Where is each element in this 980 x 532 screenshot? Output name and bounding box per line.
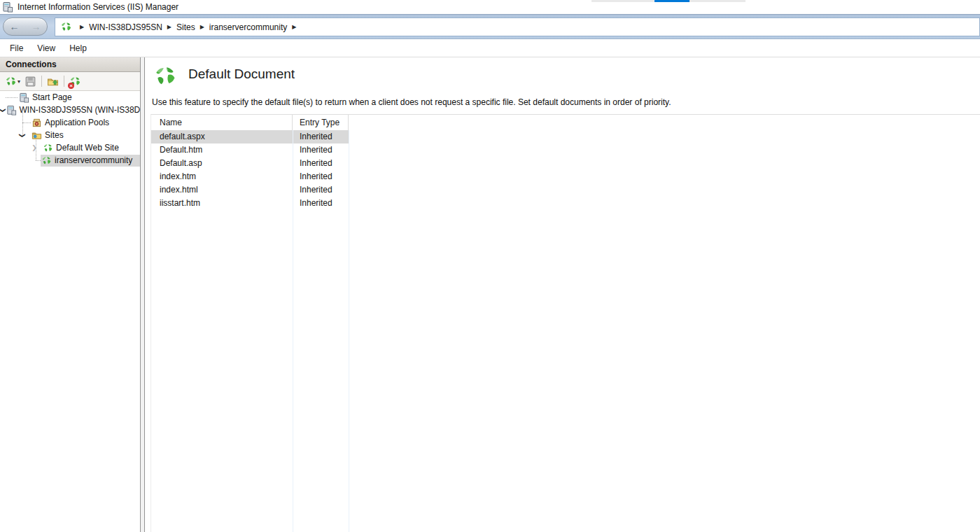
- tree-item-sites[interactable]: ❯ Sites: [0, 129, 140, 141]
- breadcrumb-arrow-icon[interactable]: ▶: [287, 24, 301, 30]
- list-gridline: [293, 130, 293, 532]
- list-row-index-htm[interactable]: index.htm Inherited: [151, 170, 349, 183]
- save-connections-button[interactable]: [22, 75, 38, 88]
- breadcrumb-arrow-icon[interactable]: ▶: [195, 24, 209, 30]
- sites-folder-icon: [31, 130, 42, 141]
- tree-item-label: Sites: [45, 130, 64, 140]
- connections-tree: Start Page ❯ WIN-IS38DJS95SN (WIN-IS38D …: [0, 91, 140, 532]
- save-icon: [24, 76, 36, 88]
- cell-name: index.htm: [151, 170, 293, 183]
- breadcrumb-item-sites[interactable]: Sites: [176, 22, 195, 32]
- website-globe-icon: [43, 143, 53, 153]
- up-folder-button[interactable]: [45, 75, 61, 88]
- nav-capsule: ← →: [3, 18, 48, 36]
- cell-entry-type: Inherited: [293, 170, 349, 183]
- cell-name: iisstart.htm: [151, 197, 293, 210]
- address-bar: ← → ▶ WIN-IS38DJS95SN ▶ Sites ▶ iranserv…: [0, 14, 980, 39]
- list-row-index-html[interactable]: index.html Inherited: [151, 183, 349, 197]
- list-gridline: [349, 130, 349, 532]
- tree-item-application-pools[interactable]: Application Pools: [0, 116, 140, 129]
- site-globe-icon: [60, 21, 72, 33]
- tree-item-iranservercommunity[interactable]: iranservercommunity: [0, 154, 140, 167]
- chevron-expanded-icon[interactable]: ❯: [0, 107, 6, 113]
- window-title: Internet Information Services (IIS) Mana…: [18, 2, 178, 12]
- tree-item-label: Default Web Site: [56, 143, 119, 153]
- menu-help[interactable]: Help: [62, 41, 94, 56]
- toolbar-separator: [41, 76, 42, 87]
- breadcrumb-item-site[interactable]: iranservercommunity: [209, 22, 287, 32]
- forward-button[interactable]: →: [31, 22, 41, 31]
- feature-view: Default Document Use this feature to spe…: [145, 57, 980, 532]
- column-header-entry-type[interactable]: Entry Type: [293, 115, 349, 130]
- background-window-edge: [592, 0, 746, 2]
- cell-entry-type: Inherited: [293, 157, 349, 170]
- list-row-default-htm[interactable]: Default.htm Inherited: [151, 144, 349, 157]
- feature-globe-icon: [153, 64, 177, 88]
- connections-header: Connections: [0, 57, 140, 72]
- menu-file[interactable]: File: [3, 41, 30, 56]
- cell-name: Default.htm: [151, 144, 293, 157]
- delete-connection-button[interactable]: ×: [67, 75, 83, 88]
- tree-item-label: WIN-IS38DJS95SN (WIN-IS38D: [20, 105, 140, 115]
- cell-entry-type: Inherited: [293, 183, 349, 197]
- column-header-name[interactable]: Name: [151, 115, 293, 130]
- server-icon: [6, 105, 17, 115]
- connections-toolbar: ▾ ×: [0, 72, 140, 91]
- create-connection-button[interactable]: ▾: [3, 75, 22, 88]
- tree-item-server[interactable]: ❯ WIN-IS38DJS95SN (WIN-IS38D: [0, 104, 140, 116]
- breadcrumb-arrow-icon[interactable]: ▶: [75, 24, 89, 30]
- list-row-iisstart-htm[interactable]: iisstart.htm Inherited: [151, 197, 349, 210]
- website-globe-icon: [41, 155, 52, 166]
- list-row-default-asp[interactable]: Default.asp Inherited: [151, 157, 349, 170]
- list-header: Name Entry Type: [151, 115, 980, 130]
- tree-item-start-page[interactable]: Start Page: [0, 91, 140, 104]
- back-button[interactable]: ←: [10, 22, 20, 31]
- breadcrumb: ▶ WIN-IS38DJS95SN ▶ Sites ▶ iranserverco…: [55, 18, 980, 36]
- breadcrumb-item-server[interactable]: WIN-IS38DJS95SN: [89, 22, 162, 32]
- cell-name: Default.asp: [151, 157, 293, 170]
- menu-bar: File View Help: [0, 39, 980, 57]
- cell-entry-type: Inherited: [293, 144, 349, 157]
- tree-item-label: iranservercommunity: [55, 155, 132, 165]
- work-area: Connections ▾ ×: [0, 57, 980, 532]
- toolbar-separator: [64, 76, 64, 87]
- menu-view[interactable]: View: [30, 41, 62, 56]
- chevron-down-icon: ▾: [18, 78, 20, 85]
- title-bar: Internet Information Services (IIS) Mana…: [0, 0, 980, 14]
- connections-panel: Connections ▾ ×: [0, 57, 141, 532]
- cell-name: index.html: [151, 183, 293, 197]
- delete-x-badge: ×: [68, 83, 74, 89]
- connect-globe-icon: [5, 76, 17, 88]
- tree-item-label: Start Page: [32, 92, 72, 102]
- cell-name: default.aspx: [151, 130, 293, 144]
- default-documents-list: Name Entry Type default.aspx Inherited D…: [150, 114, 980, 532]
- chevron-expanded-icon[interactable]: ❯: [19, 131, 25, 139]
- cell-entry-type: Inherited: [293, 197, 349, 210]
- tree-item-label: Application Pools: [45, 118, 109, 127]
- feature-description: Use this feature to specify the default …: [152, 97, 671, 107]
- background-window-accent: [654, 0, 690, 2]
- cell-entry-type: Inherited: [293, 130, 349, 144]
- application-pools-icon: [31, 118, 42, 128]
- iis-app-icon: [2, 1, 13, 13]
- globe-delete-icon: ×: [69, 76, 81, 88]
- chevron-collapsed-icon[interactable]: ❯: [30, 145, 38, 151]
- start-page-icon: [19, 92, 29, 103]
- tree-item-default-web-site[interactable]: ❯ Default Web Site: [0, 141, 140, 154]
- folder-up-icon: [47, 76, 59, 88]
- breadcrumb-arrow-icon[interactable]: ▶: [162, 24, 176, 30]
- page-title: Default Document: [188, 66, 295, 82]
- list-row-default-aspx[interactable]: default.aspx Inherited: [151, 130, 349, 144]
